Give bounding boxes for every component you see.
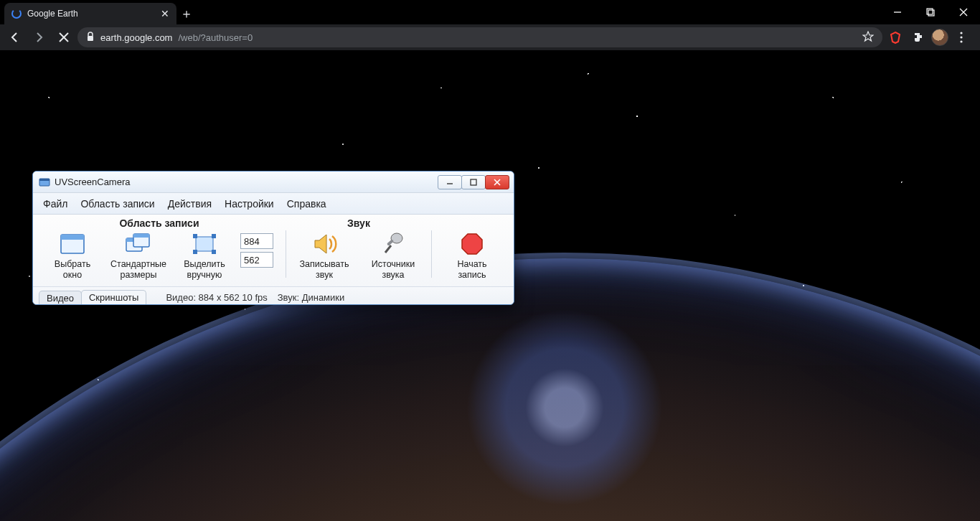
record-icon xyxy=(458,232,486,256)
tab-close-icon[interactable]: ✕ xyxy=(161,8,169,19)
sound-sources-label: Источники звука xyxy=(372,259,415,281)
svg-rect-14 xyxy=(471,179,476,185)
uv-bottom-tabs: Видео Скриншоты Видео: 884 x 562 10 fps … xyxy=(33,287,514,304)
svg-marker-31 xyxy=(462,234,482,254)
close-button[interactable] xyxy=(947,0,980,24)
url-path: /web/?authuser=0 xyxy=(178,32,253,43)
maximize-icon xyxy=(926,8,935,17)
arrow-right-icon xyxy=(33,31,46,44)
stop-icon xyxy=(58,32,70,43)
uv-app-icon xyxy=(39,177,50,188)
extensions-icon[interactable] xyxy=(908,27,928,47)
menu-file[interactable]: Файл xyxy=(43,198,67,210)
minimize-button[interactable] xyxy=(881,0,914,24)
select-manual-button[interactable]: Выделить вручную xyxy=(177,232,232,281)
loading-spinner-icon xyxy=(11,9,22,19)
start-record-label: Начать запись xyxy=(457,259,486,281)
height-input[interactable] xyxy=(240,252,273,268)
uv-maximize-button[interactable] xyxy=(461,175,486,189)
record-sound-label: Записывать звук xyxy=(300,259,349,281)
select-manual-label: Выделить вручную xyxy=(184,259,225,281)
svg-rect-27 xyxy=(212,250,216,254)
standard-sizes-button[interactable]: Стандартные размеры xyxy=(108,232,169,281)
svg-point-10 xyxy=(960,40,962,42)
arrow-left-icon xyxy=(9,31,22,44)
lock-icon xyxy=(86,32,95,44)
double-window-icon xyxy=(125,232,152,256)
browser-titlebar: Google Earth ✕ ＋ xyxy=(0,0,980,24)
svg-line-30 xyxy=(385,245,391,253)
svg-point-9 xyxy=(960,36,962,38)
new-tab-button[interactable]: ＋ xyxy=(176,3,197,24)
page-content: UVScreenCamera Файл Область записи Дейст… xyxy=(0,50,980,521)
tab-screenshots[interactable]: Скриншоты xyxy=(81,290,146,304)
crop-handles-icon xyxy=(191,232,218,256)
svg-rect-2 xyxy=(928,10,934,16)
uv-close-button[interactable] xyxy=(485,175,509,189)
standard-sizes-label: Стандартные размеры xyxy=(110,259,166,281)
status-sound: Звук: Динамики xyxy=(278,292,345,303)
address-field[interactable]: earth.google.com/web/?authuser=0 xyxy=(77,27,882,47)
maximize-icon xyxy=(469,179,478,186)
record-sound-button[interactable]: Записывать звук xyxy=(294,232,354,281)
menu-actions[interactable]: Действия xyxy=(168,198,212,210)
svg-rect-24 xyxy=(193,234,197,238)
speaker-icon xyxy=(311,232,338,256)
star-icon[interactable] xyxy=(862,31,874,44)
menu-capture-area[interactable]: Область записи xyxy=(80,198,154,210)
browser-tab[interactable]: Google Earth ✕ xyxy=(4,3,176,24)
svg-rect-22 xyxy=(133,234,149,238)
window-controls xyxy=(881,0,980,24)
svg-rect-7 xyxy=(88,36,93,41)
uv-minimize-button[interactable] xyxy=(438,175,462,189)
svg-rect-12 xyxy=(39,179,50,181)
group-record-title xyxy=(471,217,473,229)
width-input[interactable] xyxy=(240,233,273,249)
url-host: earth.google.com xyxy=(100,32,172,43)
minimize-icon xyxy=(446,179,454,186)
microphone-icon xyxy=(380,232,407,256)
select-window-label: Выбрать окно xyxy=(55,259,90,281)
browser-right-cluster xyxy=(885,27,976,47)
separator xyxy=(286,230,286,278)
svg-rect-25 xyxy=(212,234,216,238)
uv-titlebar[interactable]: UVScreenCamera xyxy=(33,172,514,193)
nav-stop-button[interactable] xyxy=(53,27,75,48)
svg-point-8 xyxy=(960,32,962,34)
group-sound-title: Звук xyxy=(347,217,370,229)
uvscreencamera-window: UVScreenCamera Файл Область записи Дейст… xyxy=(32,171,514,305)
sound-sources-button[interactable]: Источники звука xyxy=(363,232,423,281)
tab-title: Google Earth xyxy=(27,9,78,19)
menu-settings[interactable]: Настройки xyxy=(225,198,274,210)
svg-rect-18 xyxy=(61,235,84,240)
status-video: Видео: 884 x 562 10 fps xyxy=(166,292,267,303)
window-icon xyxy=(59,232,86,256)
tab-video[interactable]: Видео xyxy=(39,291,82,305)
select-window-button[interactable]: Выбрать окно xyxy=(45,232,100,281)
uv-title: UVScreenCamera xyxy=(55,177,438,187)
kebab-menu-icon[interactable] xyxy=(951,27,971,47)
nav-back-button[interactable] xyxy=(4,27,26,48)
start-record-button[interactable]: Начать запись xyxy=(445,232,499,281)
maximize-button[interactable] xyxy=(914,0,947,24)
shield-icon[interactable] xyxy=(885,27,905,47)
uv-menubar: Файл Область записи Действия Настройки С… xyxy=(33,193,514,215)
menu-help[interactable]: Справка xyxy=(287,198,326,210)
minimize-icon xyxy=(893,8,902,17)
svg-rect-23 xyxy=(196,237,213,251)
browser-address-bar: earth.google.com/web/?authuser=0 xyxy=(0,24,980,50)
uv-toolbar: Область записи Выбрать окно Стандартные … xyxy=(33,215,514,287)
nav-forward-button[interactable] xyxy=(29,27,50,48)
svg-rect-1 xyxy=(927,9,933,14)
separator xyxy=(431,230,432,278)
close-icon xyxy=(959,8,968,17)
profile-avatar[interactable] xyxy=(931,29,948,46)
close-icon xyxy=(493,179,501,186)
group-area-title: Область записи xyxy=(119,217,199,229)
svg-rect-26 xyxy=(193,250,197,254)
